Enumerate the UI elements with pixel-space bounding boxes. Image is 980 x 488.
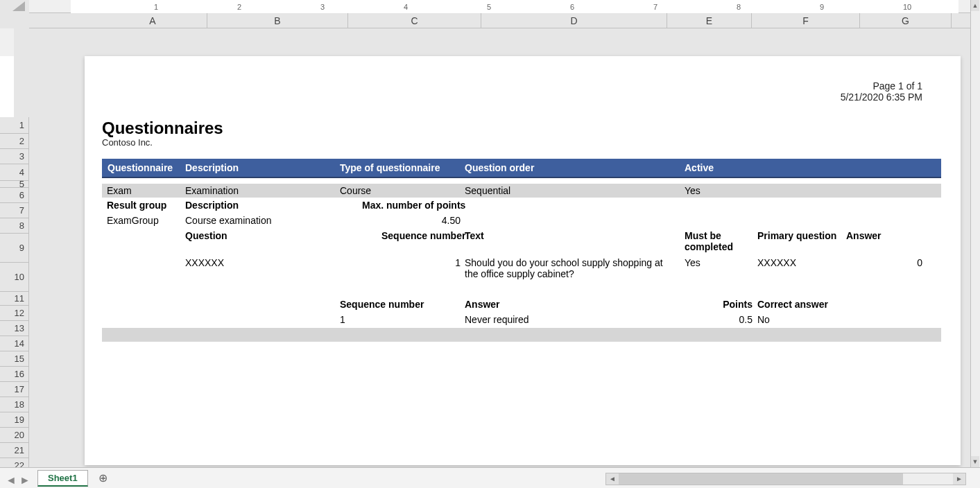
hdr-result-desc: Description — [185, 200, 239, 211]
ruler-h-mark: 2 — [237, 0, 241, 13]
cell-a-points: 0.5 — [685, 314, 753, 325]
row-header-18[interactable]: 18 — [0, 397, 29, 412]
hdr-question: Question — [185, 230, 227, 241]
row-header-15[interactable]: 15 — [0, 351, 29, 367]
row-header-11[interactable]: 11 — [0, 292, 29, 306]
report-title: Questionnaires — [102, 119, 223, 138]
print-page: Page 1 of 1 5/21/2020 6:35 PM Questionna… — [85, 56, 961, 465]
row-header-19[interactable]: 19 — [0, 412, 29, 428]
hdr-a-correct: Correct answer — [757, 299, 828, 310]
cell-q-question: XXXXXX — [185, 257, 224, 268]
horizontal-ruler: 1234567891011 — [29, 0, 970, 13]
row-header-6[interactable]: 6 — [0, 188, 29, 203]
scroll-up-arrow-icon[interactable]: ▲ — [971, 0, 979, 11]
hdr-a-answer: Answer — [465, 299, 500, 310]
cell-a-seqnum: 1 — [340, 314, 345, 325]
hdr-a-points: Points — [685, 299, 753, 310]
cell-order: Sequential — [465, 185, 510, 196]
ruler-h-mark: 7 — [653, 0, 657, 13]
ruler-h-mark: 6 — [570, 0, 574, 13]
row-header-10[interactable]: 10 — [0, 263, 29, 292]
row-headers: 12345678910111213141516171819202122 — [14, 28, 29, 467]
hdr-type: Type of questionnaire — [340, 162, 440, 173]
hdr-q-text: Text — [465, 230, 484, 241]
cell-description: Examination — [185, 185, 239, 196]
hdr-a-seqnum: Sequence number — [340, 299, 424, 310]
row-header-2[interactable]: 2 — [0, 134, 29, 149]
cell-q-must: Yes — [685, 257, 700, 268]
ruler-h-mark: 10 — [903, 0, 911, 13]
sheet-tab-1[interactable]: Sheet1 — [37, 470, 88, 487]
hdr-result-maxpts: Max. number of points — [362, 200, 465, 211]
main-header-bar: Questionnaire Description Type of questi… — [102, 159, 941, 178]
h-scroll-thumb[interactable] — [619, 473, 903, 485]
trailing-gray-row — [102, 328, 941, 342]
cell-q-text: Should you do your school supply shoppin… — [465, 257, 673, 279]
hdr-questionnaire: Questionnaire — [108, 162, 173, 173]
ruler-h-mark: 9 — [820, 0, 824, 13]
row-header-9[interactable]: 9 — [0, 234, 29, 263]
tab-prev-icon[interactable]: ◄ — [6, 474, 14, 482]
hdr-order: Question order — [465, 162, 534, 173]
ruler-h-mark: 1 — [154, 0, 158, 13]
row-header-8[interactable]: 8 — [0, 218, 29, 234]
cell-q-answer: 0 — [846, 257, 922, 268]
select-all-corner[interactable] — [0, 0, 29, 13]
scroll-left-arrow-icon[interactable]: ◄ — [606, 473, 619, 485]
hdr-q-seqnum: Sequence number — [381, 230, 465, 241]
ruler-h-mark: 5 — [487, 0, 491, 13]
column-header-D[interactable]: D — [481, 13, 667, 28]
hdr-q-must: Must be completed — [685, 230, 740, 252]
tab-nav-arrows: ◄ ► — [0, 474, 33, 482]
row-header-13[interactable]: 13 — [0, 321, 29, 336]
cell-result-maxpts: 4.50 — [362, 215, 461, 226]
page-timestamp: 5/21/2020 6:35 PM — [841, 92, 922, 103]
cell-q-primary: XXXXXX — [757, 257, 796, 268]
cell-a-correct: No — [757, 314, 770, 325]
row-header-7[interactable]: 7 — [0, 203, 29, 218]
scroll-down-arrow-icon[interactable]: ▼ — [971, 456, 979, 467]
ruler-h-mark: 8 — [737, 0, 741, 13]
cell-a-answer: Never required — [465, 314, 529, 325]
ruler-h-mark: 3 — [320, 0, 325, 13]
hdr-description: Description — [185, 162, 239, 173]
row-header-16[interactable]: 16 — [0, 367, 29, 382]
page-header-right: Page 1 of 1 5/21/2020 6:35 PM — [841, 80, 922, 103]
hdr-result-group: Result group — [107, 200, 166, 211]
sheet-area[interactable]: Page 1 of 1 5/21/2020 6:35 PM Questionna… — [29, 28, 970, 467]
row-header-3[interactable]: 3 — [0, 149, 29, 164]
row-header-20[interactable]: 20 — [0, 428, 29, 443]
report-company: Contoso Inc. — [102, 137, 153, 148]
add-sheet-button[interactable]: ⊕ — [95, 470, 112, 487]
row-header-14[interactable]: 14 — [0, 336, 29, 351]
row-header-17[interactable]: 17 — [0, 382, 29, 397]
cell-questionnaire: Exam — [107, 185, 132, 196]
sheet-tab-bar: ◄ ► Sheet1 ⊕ ◄ ► — [0, 467, 980, 488]
hdr-q-primary: Primary question — [757, 230, 836, 241]
page-number: Page 1 of 1 — [841, 80, 922, 92]
ruler-page-region — [71, 0, 958, 13]
hdr-q-answer: Answer — [846, 230, 882, 241]
tab-next-icon[interactable]: ► — [19, 474, 28, 482]
column-header-G[interactable]: G — [860, 13, 952, 28]
row-header-1[interactable]: 1 — [0, 117, 29, 134]
cell-result-desc: Course examination — [185, 215, 272, 226]
row-header-12[interactable]: 12 — [0, 306, 29, 321]
column-header-C[interactable]: C — [348, 13, 481, 28]
column-headers: ABCDEFG — [29, 13, 970, 28]
row-header-4[interactable]: 4 — [0, 164, 29, 181]
select-all-triangle-icon — [12, 1, 25, 11]
vertical-scrollbar[interactable]: ▲ ▼ — [970, 0, 980, 467]
column-header-E[interactable]: E — [667, 13, 752, 28]
hdr-active: Active — [685, 162, 714, 173]
scroll-right-arrow-icon[interactable]: ► — [953, 473, 965, 485]
column-header-A[interactable]: A — [98, 13, 207, 28]
cell-type: Course — [340, 185, 371, 196]
column-header-F[interactable]: F — [752, 13, 860, 28]
column-header-B[interactable]: B — [207, 13, 348, 28]
plus-icon: ⊕ — [98, 471, 108, 485]
horizontal-scrollbar[interactable]: ◄ ► — [605, 473, 966, 485]
row-header-5[interactable]: 5 — [0, 181, 29, 188]
cell-result-group: ExamGroup — [107, 215, 159, 226]
row-header-21[interactable]: 21 — [0, 443, 29, 458]
